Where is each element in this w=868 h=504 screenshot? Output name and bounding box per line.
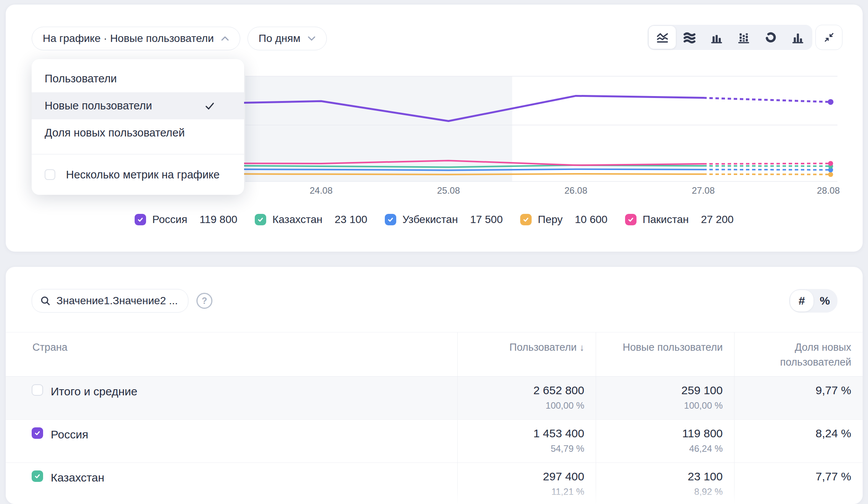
menu-item-new-users-share[interactable]: Доля новых пользователей (32, 119, 244, 146)
metric-dropdown-label: На графике · Новые пользователи (43, 32, 214, 45)
check-icon (387, 216, 394, 223)
chevron-down-icon (307, 36, 316, 41)
menu-item-label: Новые пользователи (45, 100, 152, 112)
series-endpoint-dot (828, 172, 833, 177)
period-dropdown-label: По дням (259, 32, 301, 45)
analytics-dashboard: { "chart_card": { "metric_button": { "la… (0, 0, 868, 504)
table-header-row: Страна Пользователи ↓ Новые пользователи… (6, 332, 863, 377)
new-users-value: 119 800 (596, 426, 723, 441)
check-icon (204, 101, 215, 111)
column-header-new-users[interactable]: Новые пользователи (596, 332, 734, 376)
legend-label: Узбекистан (402, 213, 458, 226)
users-value: 1 453 400 (458, 426, 584, 441)
stacked-area-chart-icon (683, 31, 696, 44)
new-users-value: 23 100 (596, 469, 723, 484)
legend-item-russia[interactable]: Россия 119 800 (135, 213, 237, 226)
new-users-value: 259 100 (596, 383, 723, 398)
row-label: Россия (51, 427, 88, 441)
legend-label: Пакистан (643, 213, 689, 226)
new-users-percent: 8,92 % (596, 486, 723, 498)
format-number-button[interactable]: # (790, 290, 813, 311)
metric-dropdown-menu: Пользователи Новые пользователи Доля нов… (32, 59, 244, 195)
metric-dropdown-button[interactable]: На графике · Новые пользователи (32, 27, 240, 50)
column-header-country: Страна (6, 332, 457, 376)
check-icon (137, 216, 144, 223)
chart-type-stacked-area-button[interactable] (676, 26, 703, 49)
chevron-up-icon (221, 36, 229, 41)
check-icon (34, 473, 41, 480)
menu-item-label: Пользователи (45, 72, 117, 85)
search-icon (40, 295, 51, 307)
check-icon (257, 216, 264, 223)
new-users-percent: 46,24 % (596, 443, 723, 454)
chart-type-line-button[interactable] (649, 26, 676, 49)
check-icon (34, 430, 41, 437)
chart-type-columns-button[interactable] (784, 26, 811, 49)
search-input[interactable]: Значение1.Значение2 ... (32, 289, 188, 313)
legend-label: Россия (152, 213, 187, 226)
table-panel: Значение1.Значение2 ... ? # % Страна Пол… (6, 267, 863, 504)
period-dropdown-button[interactable]: По дням (248, 27, 327, 50)
legend-checkbox[interactable] (625, 214, 637, 225)
multi-metric-checkbox[interactable] (45, 169, 55, 180)
chart-type-pie-button[interactable] (757, 26, 784, 49)
legend-item-peru[interactable]: Перу 10 600 (520, 213, 608, 226)
stacked-bar-chart-icon (737, 31, 750, 44)
legend-value: 119 800 (199, 213, 237, 226)
chart-type-switcher (648, 25, 812, 50)
legend-checkbox[interactable] (385, 214, 396, 225)
table-row-totals[interactable]: Итого и средние 2 652 800 100,00 % 259 1… (6, 377, 863, 420)
collapse-icon (823, 32, 835, 43)
series-endpoint-dot (828, 161, 833, 166)
table-row-russia[interactable]: Россия 1 453 400 54,79 % 119 800 46,24 %… (6, 420, 863, 463)
column-header-users[interactable]: Пользователи ↓ (457, 332, 596, 376)
legend-value: 10 600 (575, 213, 608, 226)
chart-type-stacked-bars-button[interactable] (730, 26, 757, 49)
users-percent: 100,00 % (458, 400, 584, 411)
check-icon (627, 216, 634, 223)
column-chart-icon (791, 31, 804, 44)
x-axis-label: 27.08 (692, 185, 715, 196)
x-axis-label: 25.08 (437, 185, 460, 196)
countries-table: Страна Пользователи ↓ Новые пользователи… (6, 332, 863, 504)
row-label: Казахстан (51, 470, 104, 484)
row-checkbox[interactable] (32, 427, 43, 439)
menu-item-label: Доля новых пользователей (45, 127, 185, 139)
chart-type-bars-button[interactable] (703, 26, 730, 49)
line-chart-icon (656, 31, 669, 44)
legend-checkbox[interactable] (135, 214, 146, 225)
share-value: 9,77 % (735, 383, 851, 398)
series-endpoint-dot (828, 99, 834, 105)
legend-value: 27 200 (701, 213, 734, 226)
legend-label: Казахстан (272, 213, 322, 226)
share-value: 7,77 % (735, 469, 851, 484)
users-percent: 54,79 % (458, 443, 584, 454)
legend-checkbox[interactable] (520, 214, 532, 225)
collapse-chart-button[interactable] (815, 25, 842, 50)
help-icon[interactable]: ? (196, 293, 212, 309)
legend-checkbox[interactable] (255, 214, 266, 225)
x-axis-label: 28.08 (817, 185, 840, 196)
legend-item-pakistan[interactable]: Пакистан 27 200 (625, 213, 734, 226)
format-percent-button[interactable]: % (813, 290, 837, 311)
chart-legend: Россия 119 800 Казахстан 23 100 Узбекист… (6, 213, 863, 226)
legend-value: 17 500 (470, 213, 503, 226)
legend-item-kazakhstan[interactable]: Казахстан 23 100 (255, 213, 367, 226)
x-axis-label: 24.08 (310, 185, 333, 196)
column-header-share[interactable]: Доля новых пользователей (734, 332, 863, 376)
multi-metric-checkbox-row[interactable]: Несколько метрик на графике (32, 154, 244, 195)
x-axis-label: 26.08 (564, 185, 587, 196)
search-value: Значение1.Значение2 ... (56, 295, 178, 307)
table-row-kazakhstan[interactable]: Казахстан 297 400 11,21 % 23 100 8,92 % … (6, 463, 863, 504)
legend-value: 23 100 (335, 213, 368, 226)
users-value: 297 400 (458, 469, 584, 484)
traffic-chart[interactable]: 24.0825.0826.0827.0828.08 (240, 57, 842, 198)
users-value: 2 652 800 (458, 383, 584, 398)
menu-item-new-users[interactable]: Новые пользователи (32, 92, 244, 119)
row-checkbox[interactable] (32, 384, 43, 396)
legend-item-uzbekistan[interactable]: Узбекистан 17 500 (385, 213, 503, 226)
multi-metric-label: Несколько метрик на графике (66, 169, 220, 181)
row-checkbox[interactable] (32, 470, 43, 482)
menu-item-users[interactable]: Пользователи (32, 65, 244, 92)
bar-chart-icon (710, 31, 723, 44)
